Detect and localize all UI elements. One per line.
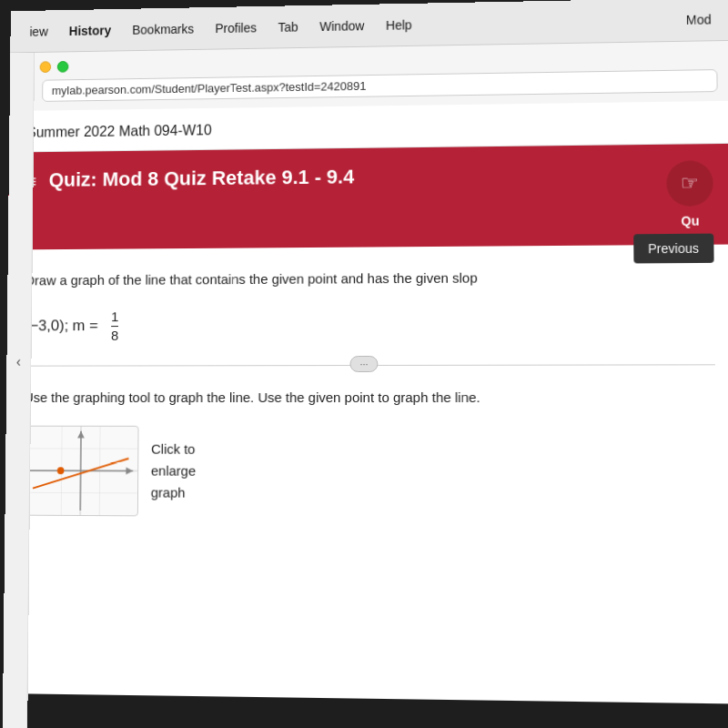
- question-text: Draw a graph of the line that contains t…: [25, 267, 714, 291]
- svg-line-3: [99, 427, 100, 515]
- chevron-left-icon[interactable]: ‹: [16, 354, 21, 370]
- menu-item-bookmarks[interactable]: Bookmarks: [122, 17, 205, 40]
- instruction-text: Use the graphing tool to graph the line.…: [24, 387, 715, 408]
- svg-point-9: [57, 467, 65, 474]
- left-sidebar-strip: ‹: [2, 53, 35, 728]
- fraction-numerator: 1: [111, 308, 118, 327]
- previous-tooltip: Previous: [633, 234, 714, 264]
- svg-line-6: [80, 431, 81, 511]
- graph-thumbnail[interactable]: [23, 426, 139, 517]
- fraction: 1 8: [111, 308, 118, 343]
- menu-item-profiles[interactable]: Profiles: [205, 16, 268, 39]
- question-area: Draw a graph of the line that contains t…: [5, 245, 728, 539]
- menu-item-tab[interactable]: Tab: [268, 15, 309, 37]
- traffic-light-fullscreen[interactable]: [57, 61, 69, 73]
- quiz-icon-button[interactable]: ☞: [666, 160, 713, 207]
- svg-marker-11: [126, 468, 133, 475]
- graph-label: Click to enlarge graph: [151, 439, 197, 504]
- menu-item-help[interactable]: Help: [375, 14, 422, 35]
- menu-item-history[interactable]: History: [58, 19, 122, 41]
- scroll-handle[interactable]: ···: [349, 355, 378, 371]
- menu-item-window[interactable]: Window: [308, 15, 375, 37]
- quiz-nav-label: Qu: [681, 214, 699, 228]
- page-content: Summer 2022 Math 094-W10 ≡ Quiz: Mod 8 Q…: [3, 101, 728, 704]
- graph-container: Click to enlarge graph: [23, 426, 717, 520]
- screen-wrapper: iew History Bookmarks Profiles Tab Windo…: [3, 0, 728, 728]
- math-expression: (−3,0); m = 1 8: [25, 306, 715, 344]
- menu-item-view[interactable]: iew: [19, 20, 58, 42]
- svg-line-8: [33, 459, 128, 489]
- course-title: Summer 2022 Math 094-W10: [26, 123, 211, 140]
- fraction-denominator: 8: [111, 327, 118, 344]
- page-outer: iew History Bookmarks Profiles Tab Windo…: [0, 0, 728, 728]
- svg-marker-10: [77, 431, 85, 439]
- quiz-title: Quiz: Mod 8 Quiz Retake 9.1 - 9.4: [48, 161, 653, 193]
- svg-line-0: [80, 427, 81, 515]
- svg-line-5: [24, 492, 136, 493]
- quiz-header: ≡ Quiz: Mod 8 Quiz Retake 9.1 - 9.4 ☞ Qu…: [8, 144, 728, 250]
- menu-bar-right-label: Mod: [686, 12, 721, 27]
- quiz-button-icon: ☞: [681, 171, 700, 195]
